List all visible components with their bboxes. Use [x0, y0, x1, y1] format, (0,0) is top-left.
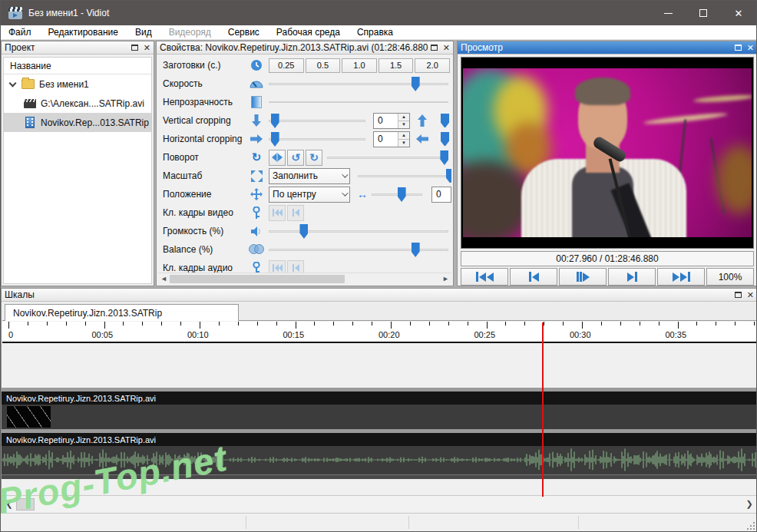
project-panel-header: Проект ✕ [2, 41, 154, 55]
float-panel-icon[interactable] [735, 45, 742, 51]
menu-sequence: Видеоряд [169, 27, 211, 38]
spin-down-icon[interactable]: ▼ [398, 140, 409, 147]
close-panel-icon[interactable]: ✕ [747, 292, 754, 298]
properties-panel: Свойства: Novikov.Repetiruy.Jizn.2013.SA… [156, 41, 454, 286]
preset-button-15[interactable]: 1.5 [378, 58, 414, 73]
menu-view[interactable]: Вид [135, 27, 152, 38]
volume-slider[interactable] [269, 224, 451, 238]
flip-horizontal-button[interactable] [269, 150, 286, 166]
video-clip-label: Novikov.Repetiruy.Jizn.2013.SATRip.avi [2, 392, 757, 405]
tree-file-row[interactable]: G:\Алексан....SATRip.avi [4, 94, 151, 113]
close-panel-icon[interactable]: ✕ [747, 45, 754, 51]
opacity-slider[interactable] [269, 95, 451, 109]
playhead[interactable] [542, 322, 544, 497]
float-panel-icon[interactable] [735, 292, 742, 298]
rotation-label: Поворот [163, 152, 249, 163]
scaling-slider[interactable] [358, 169, 451, 183]
timeline-panel-header: Шкалы ✕ [2, 289, 757, 302]
maximize-button[interactable] [686, 1, 721, 25]
preset-button-10[interactable]: 1.0 [342, 58, 377, 73]
vertical-crop-slider-top[interactable] [269, 114, 369, 127]
float-panel-icon[interactable] [131, 45, 138, 51]
menu-edit[interactable]: Редактирование [48, 27, 118, 38]
scaling-dropdown[interactable]: Заполнить [269, 168, 350, 184]
preset-button-05[interactable]: 0.5 [306, 58, 341, 73]
rotate-icon: ↻ [249, 150, 264, 164]
ruler-tick-label: 00:10 [187, 330, 209, 339]
key-icon [249, 207, 264, 220]
preview-panel: Просмотр ✕ [457, 41, 757, 286]
go-to-end-button[interactable] [657, 268, 705, 286]
ruler-tick-label: 00:35 [666, 330, 687, 339]
scroll-right-icon[interactable]: ► [440, 275, 451, 283]
balance-slider[interactable] [269, 243, 451, 256]
resize-grip[interactable] [747, 522, 755, 530]
timeline-ruler[interactable]: 000:0500:1000:1500:2000:2500:3000:35 [2, 322, 756, 343]
timeline-empty-area[interactable] [2, 345, 756, 388]
status-bar [1, 513, 756, 531]
menu-file[interactable]: Файл [8, 27, 31, 38]
video-keyframes-label: Кл. кадры видео [163, 207, 249, 218]
ruler-tick-label: 00:20 [378, 330, 400, 339]
float-panel-icon[interactable] [431, 45, 438, 51]
scroll-right-icon[interactable]: ❯ [742, 499, 756, 509]
application-window: Без имени1 - Vidiot ✕ Файл Редактировани… [0, 0, 757, 532]
position-row: Положение По центру ↔ 0 [158, 185, 451, 203]
close-panel-icon[interactable]: ✕ [144, 45, 150, 51]
menu-tools[interactable]: Сервис [228, 27, 259, 38]
menu-help[interactable]: Справка [357, 27, 393, 38]
sequence-tab[interactable]: Novikov.Repetiruy.Jizn.2013.SATRip [5, 304, 239, 321]
tree-file-row-selected[interactable]: Novikov.Rep...013.SATRip [4, 113, 151, 132]
position-label: Положение [163, 189, 249, 200]
window-title: Без имени1 - Vidiot [28, 8, 109, 18]
spin-down-icon[interactable]: ▼ [398, 121, 409, 128]
previous-frame-button[interactable] [510, 268, 557, 286]
position-slider[interactable] [372, 187, 425, 201]
spin-up-icon[interactable]: ▲ [398, 114, 409, 121]
go-to-start-button[interactable] [461, 268, 508, 286]
scrollbar-thumb[interactable] [170, 275, 345, 283]
opacity-icon [249, 96, 264, 108]
next-frame-button[interactable] [608, 268, 656, 286]
preset-button-20[interactable]: 2.0 [415, 58, 450, 73]
position-spinbox[interactable]: 0 [431, 187, 451, 203]
opacity-label: Непрозрачность [163, 97, 249, 107]
speed-slider[interactable] [269, 77, 451, 91]
zoom-level-button[interactable]: 100% [706, 268, 754, 286]
horizontal-crop-slider-left[interactable] [269, 132, 369, 146]
scroll-left-icon[interactable]: ◄ [158, 275, 170, 283]
close-panel-icon[interactable]: ✕ [443, 45, 450, 51]
play-button[interactable] [559, 268, 607, 286]
tree-column-header[interactable]: Название [4, 58, 151, 74]
position-dropdown[interactable]: По центру [269, 187, 350, 203]
horizontal-crop-slider-right[interactable] [435, 132, 451, 146]
properties-horizontal-scrollbar[interactable]: ◄ ► [158, 273, 451, 284]
vertical-crop-spinbox[interactable]: 0 ▲▼ [373, 113, 410, 129]
prev-keyframe-button[interactable] [269, 205, 286, 221]
next-keyframe-button[interactable] [287, 205, 304, 221]
menu-workspace[interactable]: Рабочая среда [276, 27, 340, 38]
rotate-ccw-button[interactable]: ↺ [287, 150, 304, 166]
preview-timestamp-bar: 00:27.960 / 01:28:46.880 [461, 251, 754, 266]
rotation-slider[interactable] [327, 150, 451, 164]
horizontal-crop-spinbox[interactable]: 0 ▲▼ [373, 131, 410, 147]
rotation-row: Поворот ↻ ↺ ↻ [158, 148, 451, 167]
speedometer-icon [249, 79, 264, 88]
vertical-crop-slider-bottom[interactable] [435, 114, 451, 127]
video-track-clip[interactable] [2, 405, 757, 429]
close-button[interactable]: ✕ [721, 1, 756, 25]
chevron-down-icon [342, 171, 348, 177]
video-preview[interactable] [461, 57, 754, 249]
scale-icon [249, 170, 264, 182]
tree-root-row[interactable]: Без имени1 [4, 74, 151, 94]
preset-button-025[interactable]: 0.25 [269, 58, 304, 73]
minimize-button[interactable] [650, 1, 686, 25]
balance-label: Balance (%) [163, 244, 249, 255]
chevron-down-icon[interactable] [9, 79, 17, 87]
rotate-cw-button[interactable]: ↻ [306, 150, 322, 166]
double-arrow-icon: ↔ [355, 188, 370, 200]
titlebar: Без имени1 - Vidiot ✕ [1, 1, 756, 25]
spin-up-icon[interactable]: ▲ [398, 132, 409, 140]
opacity-row: Непрозрачность [158, 93, 451, 111]
ruler-tick-label: 00:30 [570, 330, 591, 339]
